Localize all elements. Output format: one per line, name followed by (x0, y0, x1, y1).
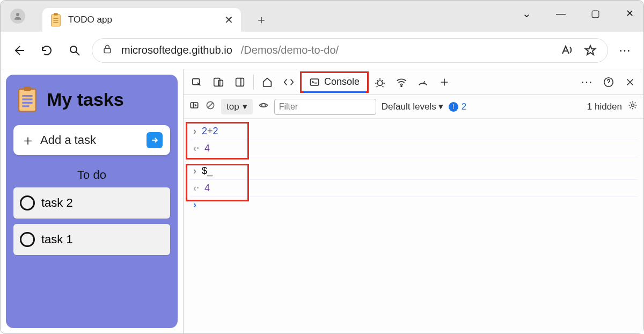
task-item[interactable]: task 1 (13, 224, 170, 255)
svg-point-6 (70, 46, 77, 53)
svg-rect-9 (24, 86, 31, 91)
new-tab-button[interactable]: ＋ (252, 10, 271, 30)
issues-badge-icon: ! (449, 102, 458, 112)
search-button[interactable] (64, 40, 85, 61)
browser-tab[interactable]: TODO app ✕ (42, 8, 241, 32)
help-icon[interactable] (598, 72, 619, 92)
svg-rect-19 (311, 79, 319, 85)
profile-avatar[interactable] (10, 9, 25, 24)
svg-rect-15 (214, 78, 220, 86)
submit-arrow-icon[interactable] (147, 132, 163, 148)
tab-title: TODO app (68, 14, 218, 25)
live-expression-icon[interactable] (258, 100, 269, 113)
svg-point-21 (401, 85, 402, 86)
devtools-tabbar: Console ⋯ (184, 69, 643, 95)
task-checkbox[interactable] (20, 232, 35, 247)
browser-window: TODO app ✕ ＋ ⌄ ― ▢ ✕ microsoftedge.githu… (0, 0, 644, 334)
console-toolbar: top ▾ Default levels ▾ ! 2 1 hidden (184, 95, 643, 119)
context-label: top (226, 101, 239, 112)
url-path: /Demos/demo-to-do/ (241, 44, 339, 56)
device-toolbar-icon[interactable] (208, 72, 229, 92)
inspect-icon[interactable] (187, 72, 207, 92)
console-tab-label: Console (324, 76, 360, 88)
devtools-more-icon[interactable]: ⋯ (577, 72, 597, 92)
annotation-box (186, 164, 249, 201)
svg-point-26 (632, 104, 634, 107)
svg-rect-8 (19, 89, 36, 112)
svg-rect-17 (236, 78, 244, 86)
lock-icon (102, 43, 113, 57)
svg-point-20 (377, 81, 382, 85)
more-tabs-plus-icon[interactable] (434, 72, 455, 92)
console-input-row: › $_ (190, 163, 637, 180)
titlebar: TODO app ✕ ＋ ⌄ ― ▢ ✕ (1, 1, 643, 32)
console-output-row: ‹· 4 (190, 140, 637, 157)
read-aloud-icon[interactable] (559, 43, 574, 58)
svg-rect-2 (54, 13, 57, 16)
minimize-button[interactable]: ― (551, 4, 570, 23)
sources-bug-icon[interactable] (370, 72, 390, 92)
network-icon[interactable] (391, 72, 412, 92)
console-output[interactable]: › 2+2 ‹· 4 › $_ ‹· 4 › (184, 119, 643, 333)
chevron-down-icon: ▾ (243, 101, 247, 112)
todo-app: My tasks ＋ Add a task To do task 2 task … (6, 75, 178, 328)
task-label: task 2 (41, 196, 73, 210)
svg-point-0 (16, 13, 19, 16)
url-host: microsoftedge.github.io (121, 44, 232, 56)
context-selector[interactable]: top ▾ (221, 99, 253, 114)
svg-rect-7 (104, 48, 111, 53)
task-checkbox[interactable] (20, 195, 35, 210)
svg-rect-16 (218, 80, 223, 86)
clipboard-favicon-icon (50, 12, 62, 27)
task-label: task 1 (41, 233, 73, 246)
refresh-button[interactable] (36, 40, 57, 61)
add-task-button[interactable]: ＋ Add a task (13, 125, 170, 155)
favorite-icon[interactable] (583, 43, 598, 58)
app-heading: My tasks (47, 89, 124, 110)
levels-label: Default levels (382, 101, 436, 112)
back-button[interactable] (8, 40, 30, 61)
section-heading: To do (13, 165, 170, 182)
chevron-down-icon[interactable]: ⌄ (517, 4, 536, 23)
add-task-label: Add a task (40, 133, 141, 147)
log-levels-dropdown[interactable]: Default levels ▾ (382, 101, 443, 112)
issues-count: 2 (462, 101, 466, 112)
address-bar: microsoftedge.github.io/Demos/demo-to-do… (1, 32, 643, 69)
close-devtools-icon[interactable] (620, 72, 640, 92)
plus-icon: ＋ (21, 131, 35, 150)
devtools-panel: Console ⋯ top ▾ (183, 69, 643, 333)
toggle-sidebar-icon[interactable] (189, 100, 200, 113)
clear-console-icon[interactable] (205, 100, 216, 113)
chevron-down-icon: ▾ (438, 101, 443, 112)
console-settings-icon[interactable] (627, 100, 638, 113)
console-tab[interactable]: Console (300, 71, 369, 93)
console-output-row: ‹· 4 (190, 180, 637, 197)
issues-button[interactable]: ! 2 (449, 101, 466, 112)
window-controls: ⌄ ― ▢ ✕ (517, 4, 639, 23)
content-area: My tasks ＋ Add a task To do task 2 task … (1, 69, 643, 333)
todo-section: To do task 2 task 1 (13, 165, 170, 255)
performance-icon[interactable] (413, 72, 433, 92)
app-title-row: My tasks (13, 83, 170, 115)
clipboard-icon (17, 86, 38, 112)
console-prompt-icon[interactable]: › (190, 199, 637, 210)
task-item[interactable]: task 2 (13, 187, 170, 219)
maximize-button[interactable]: ▢ (586, 4, 605, 23)
elements-tab-icon[interactable] (279, 72, 299, 92)
close-tab-icon[interactable]: ✕ (224, 13, 233, 26)
filter-input[interactable] (274, 99, 376, 115)
annotation-box (186, 122, 249, 159)
welcome-tab-icon[interactable] (257, 72, 277, 92)
more-menu-button[interactable]: ⋯ (614, 40, 636, 61)
hidden-count: 1 hidden (587, 101, 622, 112)
url-box[interactable]: microsoftedge.github.io/Demos/demo-to-do… (92, 38, 608, 63)
console-input-row: › 2+2 (190, 123, 637, 140)
close-window-button[interactable]: ✕ (620, 4, 639, 23)
dock-icon[interactable] (230, 72, 250, 92)
